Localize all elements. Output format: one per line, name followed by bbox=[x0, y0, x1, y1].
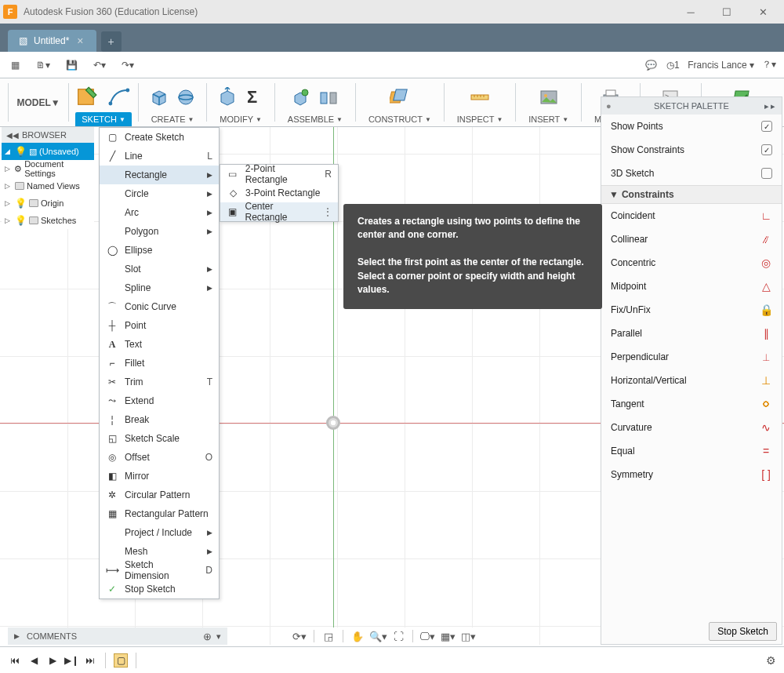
undo-icon[interactable]: ↶▾ bbox=[93, 58, 107, 72]
collapse-icon[interactable]: ▾ bbox=[216, 631, 221, 642]
palette-header[interactable]: ● SKETCH PALETTE ▸▸ bbox=[601, 97, 782, 115]
menu-item-fillet[interactable]: ⌐Fillet bbox=[100, 354, 219, 373]
display-style-icon[interactable]: 🖵▾ bbox=[418, 628, 437, 645]
comment-icon[interactable]: 💬 bbox=[644, 58, 658, 72]
document-tab[interactable]: ▧ Untitled* × bbox=[8, 30, 96, 52]
ribbon-group-construct[interactable]: CONSTRUCT▼ bbox=[356, 78, 444, 126]
tree-row[interactable]: ▷💡Origin bbox=[2, 195, 94, 212]
browser-header[interactable]: ◀◀BROWSER bbox=[2, 127, 94, 143]
constraint-fixunfix[interactable]: Fix/UnFix🔒 bbox=[601, 298, 782, 322]
constraint-collinear[interactable]: Collinear⫽ bbox=[601, 227, 782, 251]
jobs-icon[interactable]: ◷ 1 bbox=[666, 58, 680, 72]
menu-item-offset[interactable]: ◎OffsetO bbox=[100, 448, 219, 467]
menu-item-mesh[interactable]: Mesh▶ bbox=[100, 542, 219, 561]
timeline-prev-icon[interactable]: ◀ bbox=[27, 653, 41, 668]
maximize-button[interactable]: ☐ bbox=[709, 0, 745, 24]
zoom-icon[interactable]: 🔍▾ bbox=[368, 628, 387, 645]
constraint-curvature[interactable]: Curvature∿ bbox=[601, 416, 782, 439]
menu-item-text[interactable]: AText bbox=[100, 335, 219, 354]
menu-item-arc[interactable]: Arc▶ bbox=[100, 203, 219, 222]
tree-row-root[interactable]: ◢💡▧(Unsaved) bbox=[2, 143, 94, 160]
pan-icon[interactable]: ✋ bbox=[348, 628, 367, 645]
constraint-concentric[interactable]: Concentric◎ bbox=[601, 251, 782, 275]
origin-marker[interactable] bbox=[326, 416, 340, 430]
stop-sketch-button[interactable]: Stop Sketch bbox=[709, 622, 777, 641]
constraint-perpendicular[interactable]: Perpendicular⟂ bbox=[601, 345, 782, 369]
menu-item-conic[interactable]: ⌒Conic Curve bbox=[100, 297, 219, 316]
menu-item-stop-sketch[interactable]: ✓Stop Sketch bbox=[100, 580, 219, 598]
ribbon-group-modify[interactable]: Σ MODIFY▼ bbox=[207, 78, 274, 126]
workspace-selector[interactable]: MODEL ▼ bbox=[9, 78, 69, 126]
timeline-next-icon[interactable]: ▶❙ bbox=[64, 653, 78, 668]
minimize-button[interactable]: ─ bbox=[673, 0, 709, 24]
palette-opt-show-constraints[interactable]: Show Constraints✓ bbox=[601, 138, 782, 162]
timeline-sketch-feature-icon[interactable]: ▢ bbox=[114, 653, 128, 668]
ribbon-group-sketch[interactable]: SKETCH▼ bbox=[69, 78, 138, 126]
timeline-end-icon[interactable]: ⏭ bbox=[83, 653, 97, 668]
menu-item-point[interactable]: ┼Point bbox=[100, 316, 219, 335]
close-button[interactable]: ✕ bbox=[745, 0, 781, 24]
submenu-center-rect[interactable]: ▣Center Rectangle⋮ bbox=[220, 202, 338, 221]
add-comment-icon[interactable]: ⊕ bbox=[203, 631, 212, 642]
menu-item-slot[interactable]: Slot▶ bbox=[100, 260, 219, 278]
menu-item-spline[interactable]: Spline▶ bbox=[100, 278, 219, 297]
new-tab-button[interactable]: + bbox=[101, 31, 122, 52]
tree-row[interactable]: ▷Named Views bbox=[2, 177, 94, 195]
constraint-coincident[interactable]: Coincident∟ bbox=[601, 204, 782, 227]
constraint-horizvert[interactable]: Horizontal/Vertical⊥ bbox=[601, 369, 782, 392]
palette-opt-3d-sketch[interactable]: 3D Sketch bbox=[601, 162, 782, 185]
palette-opt-show-points[interactable]: Show Points✓ bbox=[601, 115, 782, 138]
menu-item-dimension[interactable]: ⟼Sketch DimensionD bbox=[100, 561, 219, 580]
menu-item-circ-pattern[interactable]: ✲Circular Pattern bbox=[100, 486, 219, 504]
ribbon-group-insert[interactable]: INSERT▼ bbox=[516, 78, 581, 126]
constraint-symmetry[interactable]: Symmetry[ ] bbox=[601, 463, 782, 486]
menu-item-break[interactable]: ¦Break bbox=[100, 410, 219, 429]
constraint-equal[interactable]: Equal= bbox=[601, 439, 782, 463]
tree-row[interactable]: ▷⚙Document Settings bbox=[2, 160, 94, 177]
user-menu[interactable]: Francis Lance ▾ bbox=[688, 60, 754, 71]
menu-item-mirror[interactable]: ◧Mirror bbox=[100, 467, 219, 486]
ribbon-group-inspect[interactable]: INSPECT▼ bbox=[445, 78, 516, 126]
viewport-layout-icon[interactable]: ◫▾ bbox=[459, 628, 477, 645]
menu-item-ellipse[interactable]: ◯Ellipse bbox=[100, 241, 219, 260]
redo-icon[interactable]: ↷▾ bbox=[121, 58, 135, 72]
tree-row[interactable]: ▷💡Sketches bbox=[2, 212, 94, 229]
palette-section-constraints[interactable]: ▼Constraints bbox=[601, 185, 782, 204]
submenu-3pt-rect[interactable]: ◇3-Point Rectangle bbox=[220, 184, 338, 202]
view-toolbar: ⟳▾ ◲ ✋ 🔍▾ ⛶ 🖵▾ ▦▾ ◫▾ bbox=[290, 628, 477, 645]
menu-item-rectangle[interactable]: Rectangle▶ bbox=[100, 166, 219, 184]
svg-point-3 bbox=[179, 90, 193, 104]
menu-item-create-sketch[interactable]: ▢Create Sketch bbox=[100, 128, 219, 147]
menu-item-rect-pattern[interactable]: ▦Rectangular Pattern bbox=[100, 504, 219, 523]
fit-icon[interactable]: ⛶ bbox=[389, 628, 408, 645]
menu-item-trim[interactable]: ✂TrimT bbox=[100, 373, 219, 391]
expand-icon[interactable]: ▸▸ bbox=[764, 101, 777, 111]
menu-item-polygon[interactable]: Polygon▶ bbox=[100, 222, 219, 241]
grid-icon[interactable]: ▦ bbox=[8, 58, 22, 72]
timeline-settings-icon[interactable]: ⚙ bbox=[766, 654, 776, 667]
menu-item-scale[interactable]: ◱Sketch Scale bbox=[100, 429, 219, 448]
ribbon-label-sketch[interactable]: SKETCH▼ bbox=[75, 112, 132, 126]
ribbon-group-create[interactable]: CREATE▼ bbox=[139, 78, 207, 126]
cube-icon: ▧ bbox=[19, 35, 27, 46]
ribbon-group-assemble[interactable]: ASSEMBLE▼ bbox=[275, 78, 355, 126]
tab-close-button[interactable]: × bbox=[75, 35, 85, 47]
timeline-play-icon[interactable]: ▶ bbox=[45, 653, 60, 668]
submenu-2pt-rect[interactable]: ▭2-Point RectangleR bbox=[220, 165, 338, 184]
orbit-icon[interactable]: ⟳▾ bbox=[290, 628, 309, 645]
save-icon[interactable]: 💾 bbox=[64, 58, 78, 72]
help-icon[interactable]: ？▾ bbox=[762, 58, 776, 72]
file-dropdown-icon[interactable]: 🗎▾ bbox=[36, 58, 50, 72]
constraint-midpoint[interactable]: Midpoint△ bbox=[601, 275, 782, 298]
options-icon[interactable]: ⋮ bbox=[322, 206, 332, 218]
constraint-tangent[interactable]: Tangent⭘ bbox=[601, 392, 782, 416]
look-at-icon[interactable]: ◲ bbox=[319, 628, 338, 645]
grid-settings-icon[interactable]: ▦▾ bbox=[438, 628, 457, 645]
constraint-parallel[interactable]: Parallel∥ bbox=[601, 322, 782, 345]
timeline-start-icon[interactable]: ⏮ bbox=[8, 653, 22, 668]
menu-item-circle[interactable]: Circle▶ bbox=[100, 184, 219, 203]
menu-item-extend[interactable]: ⤳Extend bbox=[100, 391, 219, 410]
menu-item-line[interactable]: ╱LineL bbox=[100, 147, 219, 166]
comments-bar[interactable]: ▶COMMENTS ⊕ ▾ bbox=[8, 628, 227, 645]
menu-item-project[interactable]: Project / Include▶ bbox=[100, 523, 219, 542]
